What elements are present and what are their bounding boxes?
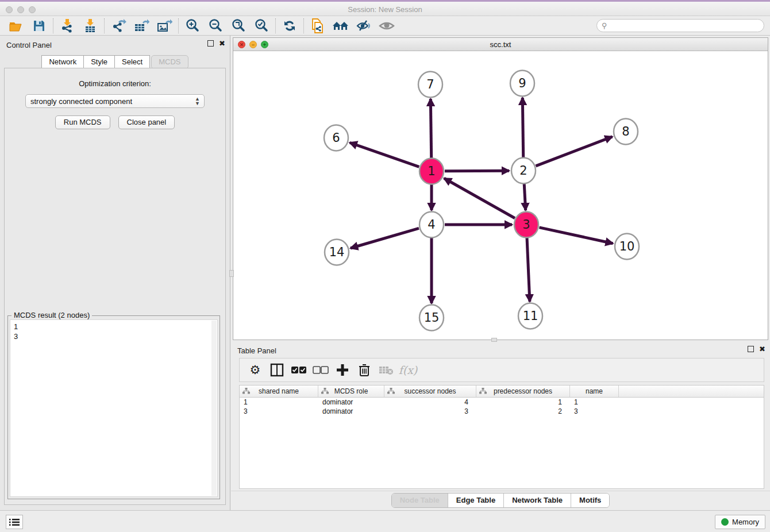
column-header-predecessor-nodes[interactable]: predecessor nodes [476, 385, 570, 397]
mcds-panel: Optimization criterion: strongly connect… [4, 68, 226, 505]
status-bar: Memory [0, 510, 770, 532]
table-panel: Table Panel ✖ ⚙ [231, 341, 770, 510]
zoom-out-button[interactable] [204, 17, 227, 34]
graph-node-label: 7 [426, 78, 434, 91]
network-canvas[interactable]: 7968124314101511 [233, 51, 768, 340]
graph-node-label: 6 [332, 131, 340, 145]
edge-3-to-1[interactable] [444, 178, 515, 218]
table-row[interactable]: 3 dominator 3 2 3 [240, 407, 764, 416]
zoom-in-button[interactable] [181, 17, 204, 34]
column-header-mcds-role[interactable]: MCDS role [318, 385, 384, 397]
import-table-button[interactable] [79, 17, 102, 34]
column-header-successor-nodes[interactable]: successor nodes [384, 385, 476, 397]
network-graph: 7968124314101511 [233, 51, 768, 340]
delete-column-button[interactable] [376, 361, 396, 379]
tab-network-table[interactable]: Network Table [504, 494, 571, 507]
edge-3-to-10[interactable] [539, 228, 613, 244]
close-panel-icon[interactable]: ✖ [219, 40, 225, 47]
mcds-result-text[interactable]: 1 3 [10, 319, 218, 497]
table-settings-button[interactable]: ⚙ [245, 361, 265, 379]
graph-node-label: 2 [519, 164, 527, 178]
vertical-splitter-grip[interactable] [229, 270, 234, 277]
zoom-selected-button[interactable] [250, 17, 273, 34]
memory-status-icon [721, 518, 729, 526]
hide-panels-button[interactable] [352, 17, 375, 34]
export-table-button[interactable] [130, 17, 153, 34]
tab-node-table[interactable]: Node Table [392, 494, 448, 507]
graph-node-label: 15 [424, 311, 440, 325]
edge-1-to-6[interactable] [350, 142, 419, 167]
run-mcds-button[interactable]: Run MCDS [55, 115, 110, 129]
export-image-button[interactable] [153, 17, 176, 34]
edge-1-to-7[interactable] [430, 99, 431, 158]
deselect-all-button[interactable] [311, 361, 330, 379]
import-table-icon [83, 18, 98, 33]
home-icon [332, 19, 349, 33]
toolbar-separator [178, 18, 179, 33]
toolbar-separator [275, 18, 276, 33]
network-window-titlebar: ✕ − + scc.txt [233, 38, 768, 51]
edge-2-to-8[interactable] [536, 137, 612, 166]
refresh-button[interactable] [278, 17, 301, 34]
duplicate-network-button[interactable] [306, 17, 329, 34]
tab-mcds[interactable]: MCDS [151, 55, 188, 69]
edge-1-to-2[interactable] [445, 171, 509, 171]
show-columns-button[interactable] [267, 361, 287, 379]
tab-network[interactable]: Network [41, 55, 84, 69]
criterion-dropdown[interactable]: strongly connected component ▲▼ [25, 94, 205, 108]
column-header-shared-name[interactable]: shared name [240, 385, 318, 397]
zoom-selected-icon [254, 18, 269, 33]
graph-node-label: 14 [329, 245, 345, 259]
table-panel-title: Table Panel [237, 346, 276, 355]
edge-3-to-11[interactable] [527, 238, 530, 302]
search-input[interactable] [610, 22, 759, 30]
task-history-button[interactable] [6, 515, 23, 529]
export-image-icon [156, 18, 172, 33]
tab-select[interactable]: Select [115, 55, 150, 69]
search-box: ⚲ [596, 19, 764, 32]
float-table-panel-icon[interactable] [748, 346, 754, 352]
table-tabs-divider [231, 491, 770, 491]
search-icon: ⚲ [602, 21, 607, 30]
edge-2-to-3[interactable] [524, 184, 525, 210]
hierarchy-icon [321, 388, 329, 395]
zoom-in-icon [185, 18, 200, 33]
eye-icon [378, 19, 395, 33]
add-column-button[interactable] [333, 361, 352, 379]
table-row[interactable]: 1 dominator 4 1 1 [240, 398, 764, 407]
graph-node-label: 8 [622, 125, 629, 138]
import-network-button[interactable] [56, 17, 79, 34]
tab-style[interactable]: Style [84, 55, 115, 69]
network-window-title: scc.txt [233, 40, 768, 49]
control-panel-tabs: Network Style Select MCDS [0, 55, 230, 69]
function-builder-button[interactable]: f(x) [398, 361, 418, 379]
show-view-button[interactable] [375, 17, 398, 34]
edge-2-to-9[interactable] [522, 98, 523, 157]
tab-edge-table[interactable]: Edge Table [448, 494, 504, 507]
delete-row-button[interactable] [355, 361, 374, 379]
mcds-result-title: MCDS result (2 nodes) [11, 311, 92, 319]
window-titlebar: Session: New Session [0, 0, 770, 16]
result-scrollbar[interactable] [211, 321, 217, 496]
export-network-button[interactable] [107, 17, 130, 34]
horizontal-splitter-grip[interactable] [491, 338, 497, 342]
list-icon [9, 518, 20, 526]
main-toolbar: ⚲ [0, 16, 770, 36]
save-icon [32, 19, 46, 33]
tab-motifs[interactable]: Motifs [571, 494, 609, 507]
memory-button[interactable]: Memory [715, 515, 765, 529]
open-session-button[interactable] [5, 17, 28, 34]
select-all-button[interactable] [289, 361, 309, 379]
table-panel-header: Table Panel ✖ [231, 341, 770, 356]
edge-4-to-14[interactable] [351, 228, 419, 248]
float-panel-icon[interactable] [207, 40, 214, 47]
table-tabs: Node Table Edge Table Network Table Moti… [231, 493, 770, 508]
hierarchy-icon [387, 388, 395, 395]
close-table-panel-icon[interactable]: ✖ [759, 346, 765, 352]
graph-node-label: 9 [518, 76, 526, 90]
home-button[interactable] [329, 17, 352, 34]
column-header-name[interactable]: name [570, 385, 619, 397]
close-panel-button[interactable]: Close panel [118, 115, 175, 129]
save-session-button[interactable] [28, 17, 51, 34]
zoom-fit-button[interactable] [227, 17, 250, 34]
